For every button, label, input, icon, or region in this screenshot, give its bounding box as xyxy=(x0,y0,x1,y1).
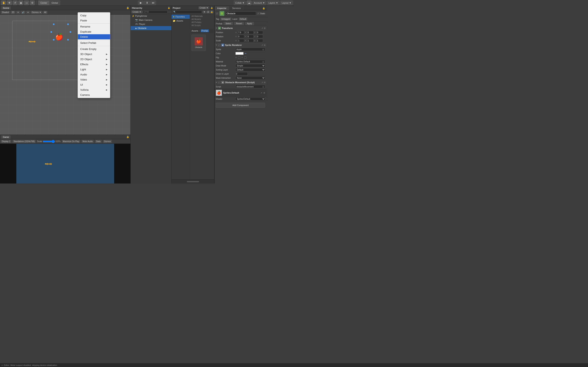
sprites-default-link-icon[interactable]: ↗ xyxy=(260,92,262,94)
static-checkbox[interactable] xyxy=(257,12,259,15)
ctx-camera[interactable]: Camera xyxy=(78,92,110,98)
rot-y-input[interactable] xyxy=(247,35,254,38)
mask-interaction-select[interactable]: None xyxy=(235,76,265,80)
pause-button[interactable]: ⏸ xyxy=(144,1,150,5)
account-dropdown[interactable]: Account ▼ xyxy=(252,1,266,5)
collab-dropdown[interactable]: Collab ▼ xyxy=(234,1,246,5)
order-in-layer-input[interactable] xyxy=(235,72,248,75)
select-prefab-button[interactable]: Select xyxy=(224,22,233,25)
obstacle-enable-checkbox[interactable] xyxy=(218,81,221,83)
hierarchy-lock[interactable]: 🔒 xyxy=(168,7,170,9)
sprite-ref[interactable]: Apple ◎ xyxy=(235,48,265,51)
gizmos-dropdown[interactable]: Gizmos ▼ xyxy=(31,11,42,14)
lights-toggle[interactable]: ☀ xyxy=(16,11,20,14)
sprite-renderer-header[interactable]: ▼ ▣ Sprite Renderer ↗ ⚙ xyxy=(215,43,267,47)
transform-header[interactable]: ▼ ⊕ Transform ↗ ⚙ xyxy=(215,26,267,30)
script-ref[interactable]: obstacleMovement ◎ xyxy=(235,85,265,88)
all-materials-item[interactable]: All Materials xyxy=(191,15,213,18)
obstacle-settings-icon[interactable]: ⚙ xyxy=(264,81,266,83)
game-gizmos-dropdown[interactable]: Gizmos xyxy=(103,140,112,143)
step-button[interactable]: ⏭ xyxy=(150,1,156,5)
all-dropdown[interactable]: All xyxy=(43,11,47,14)
audio-toggle[interactable]: 🔊 xyxy=(21,11,25,14)
transform-settings-icon[interactable]: ⚙ xyxy=(264,27,266,29)
hierarchy-search-input[interactable] xyxy=(143,11,168,13)
mute-button[interactable]: Mute Audio xyxy=(81,140,94,143)
breadcrumb-prefab[interactable]: Prefab xyxy=(201,29,209,32)
draw-mode-select[interactable]: Simple xyxy=(235,64,265,67)
game-tab[interactable]: Game xyxy=(1,135,11,139)
rot-x-input[interactable] xyxy=(238,35,244,38)
ctx-vuforia[interactable]: Vuforia ▶ xyxy=(78,87,110,92)
effects-toggle[interactable]: ✦ xyxy=(26,11,30,14)
maximize-button[interactable]: Maximize On Play xyxy=(62,140,80,143)
scale-slider[interactable] xyxy=(43,141,55,142)
scene-tab[interactable]: Scene xyxy=(1,6,11,9)
layers-dropdown[interactable]: Layers ▼ xyxy=(267,1,279,5)
flip-y-checkbox[interactable] xyxy=(244,57,246,59)
ctx-3d-object[interactable]: 3D Object ▶ xyxy=(78,52,110,57)
pos-z-input[interactable] xyxy=(256,31,263,34)
scene-lock-icon[interactable]: 🔒 xyxy=(126,7,129,9)
pos-x-input[interactable] xyxy=(238,31,244,34)
hierarchy-create-button[interactable]: Create ▼ xyxy=(131,10,142,13)
transform-link-icon[interactable]: ↗ xyxy=(261,27,263,29)
add-component-button[interactable]: Add Component xyxy=(216,103,265,108)
move-tool-button[interactable]: ✥ xyxy=(7,1,12,5)
sprite-pick-icon[interactable]: ◎ xyxy=(262,48,264,50)
hand-tool-button[interactable]: ✋ xyxy=(1,1,6,5)
services-tab[interactable]: Services xyxy=(229,6,243,10)
shading-dropdown[interactable]: Shaded xyxy=(1,11,10,14)
obstacle-prefab-item[interactable]: 🍎 Obstacle xyxy=(191,35,206,51)
sorting-layer-select[interactable]: Default xyxy=(235,68,265,71)
layer-dropdown[interactable]: Default xyxy=(239,17,247,21)
center-button[interactable]: Center xyxy=(38,1,49,5)
scale-y-input[interactable] xyxy=(247,39,254,42)
refresh-button[interactable]: ↺ xyxy=(13,1,17,5)
ctx-paste[interactable]: Paste xyxy=(78,18,110,23)
scene-view[interactable]: 🍎 xyxy=(0,15,130,134)
obstacle-movement-header[interactable]: ▼ ◈ Obstacle Movement (Script) ↗ ⚙ xyxy=(215,80,267,85)
tag-dropdown[interactable]: Untagged xyxy=(220,17,231,21)
select-tool-button[interactable]: ▣ xyxy=(18,1,23,5)
flip-x-checkbox[interactable] xyxy=(238,57,240,59)
sprite-enable-checkbox[interactable] xyxy=(218,44,221,46)
pos-y-input[interactable] xyxy=(247,31,254,34)
ctx-light[interactable]: Light ▶ xyxy=(78,67,110,72)
stats-button[interactable]: Stats xyxy=(95,140,102,143)
sprite-link-icon[interactable]: ↗ xyxy=(261,44,263,46)
all-scripts-item[interactable]: All Scripts xyxy=(191,24,213,27)
ctx-copy[interactable]: Copy xyxy=(78,13,110,18)
apply-button[interactable]: Apply xyxy=(245,22,254,25)
hierarchy-item-obstacle[interactable]: ◈ Obstacle xyxy=(131,26,171,30)
project-lock[interactable]: 🔒 xyxy=(210,7,213,9)
object-enable-checkbox[interactable] xyxy=(216,12,218,15)
ctx-2d-object[interactable]: 2D Object ▶ xyxy=(78,57,110,62)
revert-button[interactable]: Revert xyxy=(234,22,244,25)
play-button[interactable]: ▶ xyxy=(138,1,144,5)
color-edit-icon[interactable]: ✏ xyxy=(245,52,246,55)
hierarchy-item-maincamera[interactable]: 📷 Main Camera xyxy=(131,18,171,22)
inspector-tab[interactable]: Inspector xyxy=(215,6,229,10)
ctx-rename[interactable]: Rename xyxy=(78,24,110,29)
settings-button[interactable]: ⚙ xyxy=(30,1,35,5)
proj-icon-3[interactable]: 🔒 xyxy=(210,10,213,14)
ctx-duplicate[interactable]: Duplicate xyxy=(78,29,110,34)
ctx-effects[interactable]: Effects ▶ xyxy=(78,62,110,67)
sprites-default-settings-icon[interactable]: ⚙ xyxy=(263,92,265,94)
project-sidebar-assets[interactable]: 📁 Assets xyxy=(172,19,190,23)
ctx-delete[interactable]: Delete xyxy=(78,34,110,39)
layout-dropdown[interactable]: Layout ▼ xyxy=(280,1,293,5)
shader-select[interactable]: Sprites/Default xyxy=(235,97,265,100)
hierarchy-item-player[interactable]: 🎮 Player xyxy=(131,22,171,26)
object-name-input[interactable] xyxy=(226,12,256,15)
color-swatch[interactable] xyxy=(235,52,243,55)
all-models-item[interactable]: All Models xyxy=(191,18,213,21)
material-ref[interactable]: Sprites-Default ◎ xyxy=(235,60,265,63)
game-lock-icon[interactable]: 🔒 xyxy=(126,136,129,138)
global-button[interactable]: Global xyxy=(49,1,60,5)
ctx-ui[interactable]: UI ▶ xyxy=(78,82,110,87)
ctx-create-empty[interactable]: Create Empty xyxy=(78,47,110,52)
script-pick-icon[interactable]: ◎ xyxy=(262,86,264,88)
project-scrollbar-thumb[interactable] xyxy=(187,181,199,182)
